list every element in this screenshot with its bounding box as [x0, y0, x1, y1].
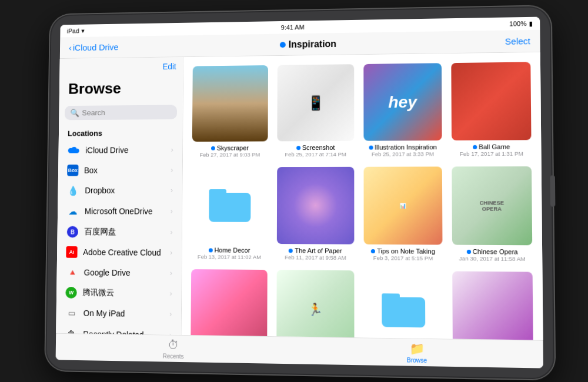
chevron-right-icon: ›: [171, 166, 173, 175]
onedrive-label: Microsoft OneDrive: [85, 206, 153, 216]
search-icon: 🔍: [70, 109, 79, 118]
screenshot-date: Feb 25, 2017 at 7:14 PM: [285, 151, 346, 158]
edit-button[interactable]: Edit: [162, 62, 176, 71]
icloud-drive-icon: [68, 144, 80, 157]
file-item-skyscraper[interactable]: Skyscraper Feb 27, 2017 at 9:03 PM: [192, 65, 268, 158]
file-item-illustrations[interactable]: Illustrations Jan 17, 2017 at 1:39 PM: [364, 270, 443, 340]
sidebar-item-adobe[interactable]: Ai Adobe Creative Cloud ›: [57, 242, 182, 263]
recents-label: Recents: [163, 353, 184, 360]
main-area: Edit Browse 🔍 Locations iCloud Drive: [56, 52, 543, 340]
park-sketch-thumb: 🏃: [276, 270, 354, 340]
note-taking-date: Feb 3, 2017 at 5:15 PM: [373, 254, 433, 262]
screenshot-name: Screenshot: [302, 144, 335, 151]
tencent-label: 腾讯微云: [82, 287, 114, 298]
tab-browse[interactable]: 📁 Browse: [293, 340, 543, 366]
sidebar-item-onedrive[interactable]: ☁ Microsoft OneDrive ›: [58, 201, 182, 222]
nav-title-label: Inspiration: [289, 39, 336, 50]
ballgame-thumb: [451, 62, 531, 140]
chevron-right-icon: ›: [171, 146, 173, 154]
tab-recents[interactable]: ⏱ Recents: [56, 336, 294, 361]
chevron-right-icon: ›: [171, 207, 173, 216]
illustration-thumb: hey: [363, 63, 442, 140]
file-item-note-taking[interactable]: 📊 Tips on Note Taking Feb 3, 2017 at 5:1…: [363, 166, 442, 262]
adobe-icon: Ai: [66, 246, 77, 258]
sidebar-item-gdrive[interactable]: 🔺 Google Drive ›: [56, 262, 181, 283]
file-item-park-sketch[interactable]: 🏃 Park Sketch Jan 21, 2017 at 6:35 PM: [276, 270, 354, 340]
content-area: Skyscraper Feb 27, 2017 at 9:03 PM 📱 Scr…: [182, 52, 543, 340]
icloud-drive-label: iCloud Drive: [85, 146, 128, 155]
back-chevron-icon: ‹: [69, 43, 72, 52]
battery-label: 100%: [509, 20, 526, 28]
chevron-right-icon: ›: [171, 186, 173, 195]
sidebar-item-dropbox[interactable]: 💧 Dropbox ›: [58, 180, 182, 201]
sidebar-item-box[interactable]: Box Box ›: [58, 160, 182, 180]
chevron-right-icon: ›: [170, 228, 172, 236]
sidebar: Edit Browse 🔍 Locations iCloud Drive: [56, 57, 183, 335]
wifi-icon: ▾: [81, 27, 85, 35]
skyscraper-date: Feb 27, 2017 at 9:03 PM: [200, 151, 260, 158]
ballgame-dot: [473, 145, 477, 149]
box-icon: Box: [67, 165, 78, 176]
tencent-icon: W: [65, 287, 76, 299]
chinese-opera-date: Jan 30, 2017 at 11:58 AM: [459, 255, 526, 262]
home-decor-dot: [209, 248, 213, 252]
sidebar-header: Browse: [59, 71, 183, 103]
sidebar-item-icloud-drive[interactable]: iCloud Drive ›: [58, 139, 182, 160]
sidebar-item-baidu[interactable]: B 百度网盘 ›: [57, 222, 182, 243]
home-decor-thumb: [192, 167, 268, 244]
chinese-opera-name: Chinese Opera: [473, 248, 518, 256]
chinese-opera-thumb: CHINESEOPERA: [452, 166, 532, 245]
chevron-right-icon: ›: [170, 269, 172, 277]
gdrive-icon: 🔺: [66, 266, 78, 279]
file-item-home-decor[interactable]: Home Decor Feb 13, 2017 at 11:02 AM: [191, 167, 268, 260]
illustrations-thumb: [364, 270, 443, 340]
sidebar-item-ipad[interactable]: ▭ On My iPad ›: [56, 302, 181, 324]
ipad-label-loc: On My iPad: [83, 309, 125, 319]
status-right: 100% ▮: [509, 19, 533, 28]
baidu-icon: B: [66, 226, 79, 239]
back-button[interactable]: ‹ iCloud Drive: [69, 42, 119, 53]
box-label: Box: [84, 166, 98, 175]
illustration-date: Feb 25, 2017 at 3:33 PM: [372, 150, 434, 157]
home-decor-date: Feb 13, 2017 at 11:02 AM: [198, 253, 261, 260]
baidu-label: 百度网盘: [84, 227, 116, 237]
browse-icon: 📁: [409, 341, 425, 356]
gdrive-label: Google Drive: [84, 268, 131, 277]
file-item-chinese-opera[interactable]: CHINESEOPERA Chinese Opera Jan 30, 2017 …: [452, 166, 532, 262]
chevron-right-icon: ›: [170, 249, 172, 257]
ipad-frame: iPad ▾ 9:41 AM 100% ▮ ‹ iCloud Drive Ins…: [45, 6, 554, 380]
art-of-paper-date: Feb 11, 2017 at 9:58 AM: [285, 254, 346, 261]
pink-leaf-thumb: [191, 269, 267, 340]
art-of-paper-name: The Art of Paper: [295, 247, 342, 254]
nav-title: Inspiration: [280, 39, 336, 50]
chevron-right-icon: ›: [170, 290, 172, 298]
skyscraper-thumb: [192, 65, 268, 142]
illustration-name: Illustration Inspiration: [375, 143, 437, 151]
home-decor-name: Home Decor: [214, 246, 250, 253]
status-left: iPad ▾: [67, 27, 85, 35]
dropbox-label: Dropbox: [85, 186, 115, 195]
locations-section-label: Locations: [59, 125, 183, 140]
search-input[interactable]: [82, 108, 171, 117]
screenshot-dot: [296, 146, 300, 150]
file-item-pink-leaf[interactable]: Pink Leaf Jan 28, 2017 at 3:09 PM: [191, 269, 268, 340]
select-button[interactable]: Select: [505, 36, 530, 46]
browse-label: Browse: [407, 357, 427, 364]
art-dot: [289, 249, 293, 253]
note-taking-thumb: 📊: [363, 166, 442, 244]
ipad-screen: iPad ▾ 9:41 AM 100% ▮ ‹ iCloud Drive Ins…: [56, 17, 543, 368]
ipad-label: iPad: [67, 28, 79, 35]
file-item-modern-jewelry[interactable]: Modern Jewelry Jan 14, 2017 at 9:02 AM: [452, 272, 533, 340]
opera-dot: [466, 249, 470, 253]
ballgame-date: Feb 17, 2017 at 1:31 PM: [460, 150, 523, 158]
skyscraper-dot: [211, 146, 215, 150]
search-bar[interactable]: 🔍: [65, 105, 177, 120]
back-label: iCloud Drive: [73, 42, 119, 53]
file-item-illustration[interactable]: hey Illustration Inspiration Feb 25, 201…: [363, 63, 442, 157]
file-item-ballgame[interactable]: Ball Game Feb 17, 2017 at 1:31 PM: [451, 62, 531, 157]
ballgame-name: Ball Game: [479, 143, 510, 150]
sidebar-item-tencent[interactable]: W 腾讯微云 ›: [56, 283, 181, 304]
modern-jewelry-thumb: [452, 272, 533, 340]
file-item-art-of-paper[interactable]: The Art of Paper Feb 11, 2017 at 9:58 AM: [277, 167, 355, 261]
file-item-screenshot[interactable]: 📱 Screenshot Feb 25, 2017 at 7:14 PM: [277, 64, 354, 158]
